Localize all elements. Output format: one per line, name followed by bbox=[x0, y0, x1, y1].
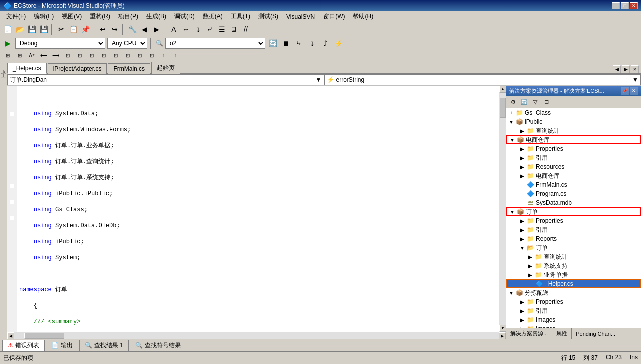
fmt-btn10[interactable]: ⊡ bbox=[110, 50, 121, 61]
stop-debug[interactable]: ⏹ bbox=[280, 38, 291, 49]
menu-edit[interactable]: 编辑(E) bbox=[30, 11, 58, 22]
tree-item-reports2[interactable]: ▶ 📁 Images bbox=[506, 324, 641, 328]
pending-changes-tab[interactable]: Pending Chan... bbox=[572, 328, 619, 339]
start-button[interactable]: ▶ bbox=[2, 38, 13, 49]
navigate-forward[interactable]: ▶ bbox=[151, 24, 162, 35]
tree-item-order-folder[interactable]: ▼ 📂 订单 bbox=[506, 243, 641, 252]
code-editor[interactable]: using System.Data; using System.Windows.… bbox=[17, 86, 499, 332]
vertical-scrollbar[interactable]: ▲ ▼ bbox=[499, 86, 506, 332]
new-file-button[interactable]: 📄 bbox=[2, 24, 13, 35]
expand-icon[interactable]: ▼ bbox=[507, 290, 515, 296]
menu-file[interactable]: 文件(F) bbox=[2, 11, 30, 22]
platform-dropdown[interactable]: Any CPU bbox=[107, 38, 147, 49]
tree-item-resources[interactable]: ▶ 📁 Resources bbox=[506, 162, 641, 171]
collapse-btn-2[interactable]: - bbox=[10, 184, 14, 188]
solution-explorer-tab[interactable]: 解决方案资源... bbox=[506, 328, 552, 339]
menu-test[interactable]: 测试(S) bbox=[254, 11, 282, 22]
scroll-down-button[interactable]: ▼ bbox=[499, 325, 506, 332]
tab-scroll-right[interactable]: ▶ bbox=[622, 65, 630, 73]
tree-item-ref1[interactable]: ▶ 📁 引用 bbox=[506, 153, 641, 162]
tree-item-images[interactable]: ▶ 📁 Images bbox=[506, 315, 641, 324]
expand-icon[interactable]: ▶ bbox=[518, 128, 526, 134]
error-list-tab[interactable]: ⚠ 错误列表 bbox=[2, 340, 45, 351]
tree-item-ref2[interactable]: ▶ 📁 引用 bbox=[506, 225, 641, 234]
expand-icon[interactable]: ▶ bbox=[526, 254, 534, 260]
tree-item-reports1[interactable]: ▶ 📁 Reports bbox=[506, 234, 641, 243]
tree-item-business[interactable]: ▶ 📁 业务单据 bbox=[506, 270, 641, 279]
scroll-track-h[interactable] bbox=[14, 332, 499, 339]
fmt-btn12[interactable]: ⊡ bbox=[134, 50, 145, 61]
close-button[interactable]: ✕ bbox=[630, 2, 638, 9]
expand-icon[interactable]: ▶ bbox=[518, 299, 526, 305]
fmt-btn1[interactable]: ⊞ bbox=[2, 50, 13, 61]
find-results-tab[interactable]: 🔍 查找结果 1 bbox=[79, 340, 129, 351]
tree-item-ref3[interactable]: ▶ 📁 引用 bbox=[506, 306, 641, 315]
class-dropdown[interactable]: 订单.DingDan ▼ bbox=[7, 74, 325, 85]
tab-frm-main[interactable]: FrmMain.cs bbox=[108, 63, 150, 74]
expand-icon[interactable]: + bbox=[507, 110, 515, 116]
expand-icon[interactable]: ▶ bbox=[518, 173, 526, 179]
copy-button[interactable]: 📋 bbox=[68, 24, 79, 35]
restore-button[interactable]: □ bbox=[621, 2, 629, 9]
tree-item-query-stat2[interactable]: ▶ 📁 查询统计 bbox=[506, 252, 641, 261]
scroll-left-button[interactable]: ◀ bbox=[7, 332, 14, 339]
fmt-btn5[interactable]: ⟶ bbox=[50, 50, 61, 61]
tree-item-sysdata[interactable]: 🗃 SysData.mdb bbox=[506, 198, 641, 207]
tree-item-properties1[interactable]: ▶ 📁 Properties bbox=[506, 144, 641, 153]
menu-project[interactable]: 项目(P) bbox=[114, 11, 142, 22]
expand-icon[interactable]: ▶ bbox=[518, 218, 526, 224]
tree-item-ipublic[interactable]: ▼ 📦 iPublic bbox=[506, 117, 641, 126]
tree-item-program[interactable]: 🔷 Program.cs bbox=[506, 189, 641, 198]
collapse-btn-4[interactable]: - bbox=[10, 216, 14, 220]
tree-item-frmmain[interactable]: 🔷 FrmMain.cs bbox=[506, 180, 641, 189]
expand-icon[interactable]: ▶ bbox=[526, 272, 534, 278]
pin-button[interactable]: 📌 bbox=[621, 87, 629, 95]
scroll-up-button[interactable]: ▲ bbox=[499, 86, 506, 93]
scroll-track-v[interactable] bbox=[499, 93, 506, 325]
tb-btn7[interactable]: 🗏 bbox=[228, 24, 239, 35]
fmt-btn4[interactable]: ⟵ bbox=[38, 50, 49, 61]
tab-close[interactable]: ✕ bbox=[631, 65, 639, 73]
scroll-right-button[interactable]: ▶ bbox=[499, 332, 506, 339]
menu-debug[interactable]: 调试(D) bbox=[170, 11, 199, 22]
redo-button[interactable]: ↪ bbox=[109, 24, 120, 35]
tb-btn3[interactable]: ↔ bbox=[180, 24, 191, 35]
menu-data[interactable]: 数据(A) bbox=[199, 11, 227, 22]
tb-btn1[interactable]: 🔧 bbox=[127, 24, 138, 35]
fmt-btn8[interactable]: ⊡ bbox=[86, 50, 97, 61]
fmt-btn7[interactable]: ⊡ bbox=[74, 50, 85, 61]
expand-icon[interactable]: ▶ bbox=[518, 227, 526, 233]
tab-start-page[interactable]: 起始页 bbox=[151, 62, 180, 74]
expand-icon[interactable]: ▶ bbox=[518, 308, 526, 314]
debug-config-dropdown[interactable]: Debug bbox=[15, 38, 105, 49]
step-over[interactable]: ⤷ bbox=[293, 38, 304, 49]
scroll-thumb-h[interactable] bbox=[24, 333, 64, 339]
panel-close-button[interactable]: ✕ bbox=[630, 87, 638, 95]
properties-tab[interactable]: 属性 bbox=[552, 328, 572, 339]
se-refresh-btn[interactable]: 🔄 bbox=[519, 97, 529, 107]
tree-item-order-proj[interactable]: ▼ 📦 订单 bbox=[506, 207, 641, 216]
tb-btn5[interactable]: ⤶ bbox=[204, 24, 215, 35]
expand-icon[interactable]: ▼ bbox=[507, 119, 515, 125]
expand-icon[interactable]: ▶ bbox=[518, 146, 526, 152]
se-collapse-btn[interactable]: ⊟ bbox=[541, 97, 551, 107]
tree-item-dispatch-proj[interactable]: ▼ 📦 分拣配送 bbox=[506, 288, 641, 297]
tab-helper-cs[interactable]: _Helper.cs bbox=[7, 63, 47, 74]
tree-item-query-stats[interactable]: ▶ 📁 查询统计 bbox=[506, 126, 641, 135]
fmt-btn11[interactable]: ⊡ bbox=[122, 50, 133, 61]
save-all-button[interactable]: 💾 bbox=[38, 24, 49, 35]
fmt-btn15[interactable]: ↑ bbox=[170, 50, 181, 61]
collapse-btn-1[interactable]: - bbox=[10, 112, 14, 116]
navigate-back[interactable]: ◀ bbox=[139, 24, 150, 35]
minimize-button[interactable]: ─ bbox=[612, 2, 620, 9]
tree-item-ecstore[interactable]: ▼ 📦 电商仓库 bbox=[506, 135, 641, 144]
comment-button[interactable]: // bbox=[240, 24, 251, 35]
menu-tools[interactable]: 工具(T) bbox=[227, 11, 254, 22]
output-tab[interactable]: 📄 输出 bbox=[46, 340, 78, 351]
se-properties-btn[interactable]: ⚙ bbox=[508, 97, 518, 107]
find-symbol-tab[interactable]: 🔍 查找符号结果 bbox=[130, 340, 186, 351]
expand-icon[interactable]: ▼ bbox=[518, 245, 526, 251]
exceptions[interactable]: ⚡ bbox=[333, 38, 344, 49]
tree-item-properties3[interactable]: ▶ 📁 Properties bbox=[506, 297, 641, 306]
fmt-btn13[interactable]: ⊡ bbox=[146, 50, 157, 61]
